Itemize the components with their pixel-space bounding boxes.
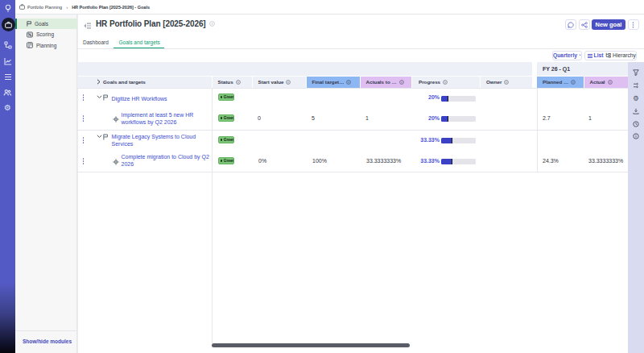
column-header-label: Owner [486, 79, 502, 85]
hierarchy-icon[interactable] [0, 41, 15, 49]
status-label: Green [224, 95, 234, 99]
list-icon[interactable] [0, 73, 15, 81]
column-header-goals[interactable]: Goals and targets [77, 77, 212, 89]
settings-icon[interactable]: ⚙ [628, 95, 644, 102]
status-badge[interactable]: Green [218, 93, 234, 101]
column-header-label: Final target… [312, 79, 345, 85]
status-dot [221, 139, 222, 140]
progress-bar [441, 116, 476, 122]
chevron-down-icon[interactable] [97, 95, 102, 99]
info-icon[interactable] [236, 80, 241, 85]
progress-value: 33.33% [407, 158, 440, 164]
column-header-start-value[interactable]: Start value [253, 77, 307, 89]
scoring-icon [27, 31, 33, 38]
table-group-header-blank [77, 62, 532, 76]
more-options-button[interactable] [628, 19, 639, 30]
info-icon[interactable] [504, 80, 509, 85]
tab-goals-and-targets[interactable]: Goals and targets [119, 39, 160, 45]
hierarchy-view-icon [605, 52, 611, 58]
new-goal-button[interactable]: New goal [592, 19, 625, 30]
info-icon[interactable] [286, 80, 291, 85]
sidebar-item-scoring[interactable]: Scoring [15, 29, 77, 40]
sidebar-item-label: Scoring [36, 31, 54, 37]
tabs-divider [77, 48, 644, 49]
goal-flag-icon [103, 134, 108, 140]
info-icon[interactable] [571, 80, 576, 85]
column-header-actual[interactable]: Actual [584, 77, 629, 89]
info-icon[interactable] [399, 80, 404, 85]
target-name-link[interactable]: Implement at least 5 new HR workflows by… [122, 111, 212, 126]
goal-name-link[interactable]: Migrate Legacy Systems to Cloud Services [112, 133, 210, 147]
column-header-planned[interactable]: Planned … [537, 77, 584, 89]
horizontal-scrollbar-thumb[interactable] [212, 343, 410, 347]
final-target-value: 100% [312, 158, 327, 164]
module-sidebar: Goals Scoring Planning Show/hide modules [15, 15, 77, 353]
row-menu-button[interactable] [82, 115, 85, 122]
download-icon[interactable] [628, 108, 644, 114]
comment-button[interactable] [565, 19, 576, 30]
column-header-final-target[interactable]: Final target… [307, 77, 361, 89]
info-icon[interactable] [443, 80, 448, 85]
column-header-owner[interactable]: Owner [481, 77, 532, 89]
view-hierarchy-label: Hierarchy [613, 52, 636, 58]
filter-icon[interactable] [628, 69, 644, 76]
view-hierarchy-button[interactable]: Hierarchy [605, 52, 636, 58]
target-name-link[interactable]: Complete migration to Cloud by Q2 2026 [122, 153, 212, 168]
chevron-down-icon[interactable] [97, 135, 102, 139]
row-menu-button[interactable] [82, 94, 85, 101]
status-label: Green [224, 116, 234, 120]
period-dropdown[interactable]: Quarterly [552, 51, 582, 60]
column-header-status[interactable]: Status [213, 77, 253, 89]
period-value: Quarterly [553, 52, 577, 58]
row-divider [77, 172, 628, 172]
status-badge[interactable]: Green [218, 136, 234, 143]
column-header-label: Actuals to … [366, 79, 397, 85]
users-icon[interactable] [0, 89, 15, 97]
planned-value: 24.3% [543, 158, 559, 164]
share-button[interactable] [579, 19, 590, 30]
sidebar-item-goals[interactable]: Goals [15, 19, 77, 30]
status-dot [221, 117, 222, 118]
row-menu-button[interactable] [82, 137, 85, 143]
status-badge[interactable]: Green [218, 157, 234, 164]
sidebar-item-label: Goals [35, 21, 48, 27]
column-divider [537, 88, 538, 172]
progress-value: 33.33% [407, 137, 440, 143]
column-header-progress[interactable]: Progress [412, 77, 481, 89]
sidebar-item-planning[interactable]: Planning [15, 40, 77, 52]
lightbulb-icon[interactable] [0, 4, 15, 13]
row-divider [77, 88, 628, 89]
history-icon[interactable] [628, 121, 644, 127]
target-icon [113, 116, 119, 123]
view-list-button[interactable]: List [585, 52, 605, 58]
sidebar-item-label: Planning [36, 43, 56, 48]
chart-icon[interactable] [0, 57, 15, 65]
collapse-panel-icon[interactable] [84, 23, 91, 29]
status-badge[interactable]: Green [218, 114, 234, 122]
info-icon[interactable] [608, 80, 613, 85]
breadcrumb-separator: › [66, 5, 68, 10]
breadcrumb-root[interactable]: Portfolio Planning [27, 5, 62, 10]
gear-icon[interactable]: ⚙ [0, 104, 15, 112]
info-icon[interactable] [209, 21, 215, 27]
actuals-value: 1 [365, 115, 369, 121]
show-hide-modules-link[interactable]: Show/hide modules [23, 338, 72, 344]
portfolio-icon [19, 4, 25, 10]
period-group-label: FY 26 - Q1 [543, 66, 570, 72]
goal-name-link[interactable]: Digitize HR Workflows [112, 95, 213, 102]
actuals-value: 33.3333333% [366, 158, 401, 164]
progress-bar [441, 159, 476, 164]
list-view-icon [588, 53, 592, 58]
column-header-label: Start value [258, 79, 284, 85]
info-icon[interactable] [628, 133, 644, 139]
column-header-actuals[interactable]: Actuals to … [361, 77, 412, 89]
final-target-value: 5 [312, 115, 315, 121]
actual-value: 1 [588, 115, 592, 121]
tab-dashboard[interactable]: Dashboard [83, 39, 109, 45]
progress-value: 20% [407, 94, 440, 100]
portfolio-rail-item[interactable] [2, 18, 15, 31]
row-menu-button[interactable] [82, 158, 85, 164]
breadcrumb: Portfolio Planning › HR Portfolio Plan [… [15, 0, 644, 15]
info-icon[interactable] [346, 80, 351, 85]
sort-icon[interactable] [628, 82, 644, 89]
